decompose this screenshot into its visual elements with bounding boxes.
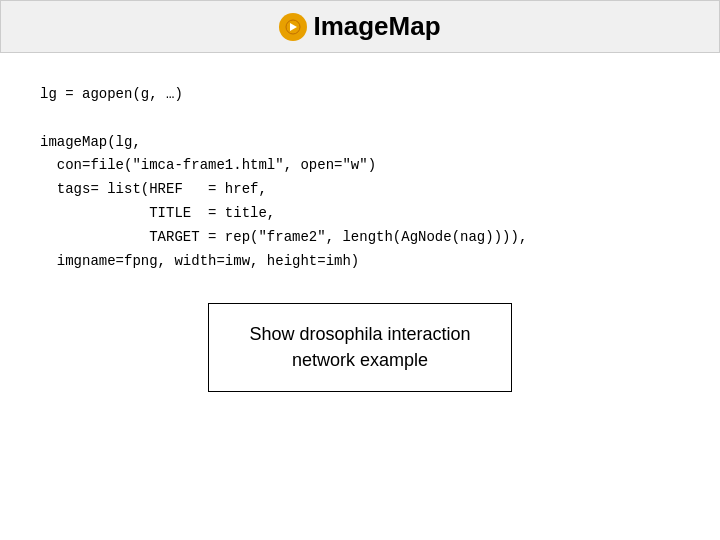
code-line-3: imageMap(lg, — [40, 131, 680, 155]
show-example-button[interactable]: Show drosophila interactionnetwork examp… — [208, 303, 511, 391]
content-area: lg = agopen(g, …) imageMap(lg, con=file(… — [0, 83, 720, 392]
code-line-5: tags= list(HREF = href, — [40, 178, 680, 202]
code-line-4: con=file("imca-frame1.html", open="w") — [40, 154, 680, 178]
code-line-6: TITLE = title, — [40, 202, 680, 226]
page-title: ImageMap — [313, 11, 440, 42]
code-line-7: TARGET = rep("frame2", length(AgNode(nag… — [40, 226, 680, 250]
header-bar: ImageMap — [0, 0, 720, 53]
arrow-right-icon — [279, 13, 307, 41]
code-line-8: imgname=fpng, width=imw, height=imh) — [40, 250, 680, 274]
button-container: Show drosophila interactionnetwork examp… — [40, 303, 680, 391]
code-block: lg = agopen(g, …) imageMap(lg, con=file(… — [40, 83, 680, 273]
code-line-2 — [40, 107, 680, 131]
code-line-1: lg = agopen(g, …) — [40, 83, 680, 107]
